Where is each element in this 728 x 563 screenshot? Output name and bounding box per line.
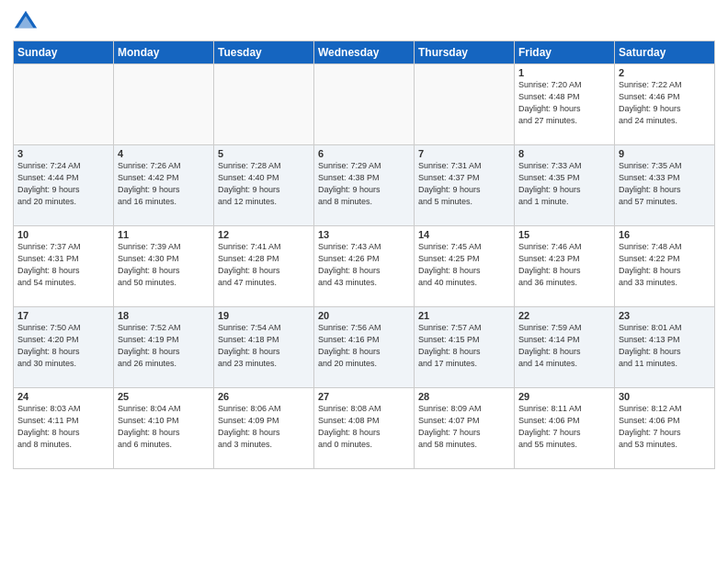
calendar-cell: 16Sunrise: 7:48 AM Sunset: 4:22 PM Dayli…	[615, 226, 715, 307]
day-number: 6	[318, 148, 410, 159]
calendar-cell: 23Sunrise: 8:01 AM Sunset: 4:13 PM Dayli…	[615, 307, 715, 388]
calendar-cell: 21Sunrise: 7:57 AM Sunset: 4:15 PM Dayli…	[415, 307, 515, 388]
day-number: 27	[318, 391, 410, 402]
day-info: Sunrise: 7:46 AM Sunset: 4:23 PM Dayligh…	[518, 241, 610, 289]
calendar-cell: 29Sunrise: 8:11 AM Sunset: 4:06 PM Dayli…	[515, 388, 615, 469]
day-info: Sunrise: 7:28 AM Sunset: 4:40 PM Dayligh…	[218, 160, 310, 208]
calendar-cell: 27Sunrise: 8:08 AM Sunset: 4:08 PM Dayli…	[314, 388, 415, 469]
weekday-header-row: SundayMondayTuesdayWednesdayThursdayFrid…	[14, 41, 715, 64]
calendar-cell: 20Sunrise: 7:56 AM Sunset: 4:16 PM Dayli…	[314, 307, 415, 388]
day-number: 24	[17, 391, 109, 402]
calendar-cell	[415, 64, 515, 145]
calendar-cell: 14Sunrise: 7:45 AM Sunset: 4:25 PM Dayli…	[415, 226, 515, 307]
day-number: 14	[418, 229, 510, 240]
day-number: 28	[418, 391, 510, 402]
calendar-cell: 5Sunrise: 7:28 AM Sunset: 4:40 PM Daylig…	[214, 145, 314, 226]
calendar-cell: 26Sunrise: 8:06 AM Sunset: 4:09 PM Dayli…	[214, 388, 314, 469]
day-number: 10	[17, 229, 109, 240]
calendar-cell	[14, 64, 114, 145]
day-info: Sunrise: 8:11 AM Sunset: 4:06 PM Dayligh…	[518, 403, 610, 451]
calendar-cell	[214, 64, 314, 145]
calendar-cell: 24Sunrise: 8:03 AM Sunset: 4:11 PM Dayli…	[14, 388, 114, 469]
day-number: 3	[17, 148, 109, 159]
calendar-cell: 3Sunrise: 7:24 AM Sunset: 4:44 PM Daylig…	[14, 145, 114, 226]
calendar-cell: 19Sunrise: 7:54 AM Sunset: 4:18 PM Dayli…	[214, 307, 314, 388]
calendar-cell: 13Sunrise: 7:43 AM Sunset: 4:26 PM Dayli…	[314, 226, 415, 307]
day-number: 22	[518, 310, 610, 321]
calendar-cell: 18Sunrise: 7:52 AM Sunset: 4:19 PM Dayli…	[114, 307, 214, 388]
day-number: 25	[118, 391, 210, 402]
day-info: Sunrise: 7:20 AM Sunset: 4:48 PM Dayligh…	[518, 79, 610, 127]
calendar-cell: 9Sunrise: 7:35 AM Sunset: 4:33 PM Daylig…	[615, 145, 715, 226]
calendar-cell: 8Sunrise: 7:33 AM Sunset: 4:35 PM Daylig…	[515, 145, 615, 226]
day-info: Sunrise: 7:48 AM Sunset: 4:22 PM Dayligh…	[619, 241, 711, 289]
day-info: Sunrise: 7:43 AM Sunset: 4:26 PM Dayligh…	[318, 241, 410, 289]
calendar-cell: 25Sunrise: 8:04 AM Sunset: 4:10 PM Dayli…	[114, 388, 214, 469]
day-info: Sunrise: 8:06 AM Sunset: 4:09 PM Dayligh…	[218, 403, 310, 451]
weekday-header-tuesday: Tuesday	[214, 41, 314, 64]
weekday-header-saturday: Saturday	[615, 41, 715, 64]
day-number: 1	[518, 67, 610, 78]
logo	[13, 9, 42, 35]
calendar-cell: 2Sunrise: 7:22 AM Sunset: 4:46 PM Daylig…	[615, 64, 715, 145]
day-number: 30	[619, 391, 711, 402]
day-number: 29	[518, 391, 610, 402]
day-info: Sunrise: 7:35 AM Sunset: 4:33 PM Dayligh…	[619, 160, 711, 208]
calendar-cell	[314, 64, 415, 145]
day-number: 8	[518, 148, 610, 159]
weekday-header-thursday: Thursday	[415, 41, 515, 64]
day-number: 11	[118, 229, 210, 240]
day-number: 2	[619, 67, 711, 78]
weekday-header-monday: Monday	[114, 41, 214, 64]
logo-icon	[13, 9, 39, 35]
day-info: Sunrise: 8:12 AM Sunset: 4:06 PM Dayligh…	[619, 403, 711, 451]
calendar-cell: 6Sunrise: 7:29 AM Sunset: 4:38 PM Daylig…	[314, 145, 415, 226]
calendar-cell: 17Sunrise: 7:50 AM Sunset: 4:20 PM Dayli…	[14, 307, 114, 388]
day-info: Sunrise: 7:33 AM Sunset: 4:35 PM Dayligh…	[518, 160, 610, 208]
day-number: 16	[619, 229, 711, 240]
day-info: Sunrise: 8:08 AM Sunset: 4:08 PM Dayligh…	[318, 403, 410, 451]
day-info: Sunrise: 8:04 AM Sunset: 4:10 PM Dayligh…	[118, 403, 210, 451]
weekday-header-wednesday: Wednesday	[314, 41, 415, 64]
day-number: 12	[218, 229, 310, 240]
day-info: Sunrise: 7:45 AM Sunset: 4:25 PM Dayligh…	[418, 241, 510, 289]
day-number: 17	[17, 310, 109, 321]
day-info: Sunrise: 7:56 AM Sunset: 4:16 PM Dayligh…	[318, 322, 410, 370]
day-number: 5	[218, 148, 310, 159]
calendar-week-5: 24Sunrise: 8:03 AM Sunset: 4:11 PM Dayli…	[14, 388, 715, 469]
header	[13, 9, 715, 35]
calendar-cell: 12Sunrise: 7:41 AM Sunset: 4:28 PM Dayli…	[214, 226, 314, 307]
calendar-cell: 22Sunrise: 7:59 AM Sunset: 4:14 PM Dayli…	[515, 307, 615, 388]
calendar-week-3: 10Sunrise: 7:37 AM Sunset: 4:31 PM Dayli…	[14, 226, 715, 307]
day-info: Sunrise: 7:54 AM Sunset: 4:18 PM Dayligh…	[218, 322, 310, 370]
day-info: Sunrise: 7:29 AM Sunset: 4:38 PM Dayligh…	[318, 160, 410, 208]
day-info: Sunrise: 7:59 AM Sunset: 4:14 PM Dayligh…	[518, 322, 610, 370]
day-number: 13	[318, 229, 410, 240]
day-number: 19	[218, 310, 310, 321]
calendar-cell: 4Sunrise: 7:26 AM Sunset: 4:42 PM Daylig…	[114, 145, 214, 226]
day-info: Sunrise: 7:41 AM Sunset: 4:28 PM Dayligh…	[218, 241, 310, 289]
day-number: 23	[619, 310, 711, 321]
weekday-header-friday: Friday	[515, 41, 615, 64]
day-info: Sunrise: 7:26 AM Sunset: 4:42 PM Dayligh…	[118, 160, 210, 208]
calendar-cell: 28Sunrise: 8:09 AM Sunset: 4:07 PM Dayli…	[415, 388, 515, 469]
calendar-cell: 15Sunrise: 7:46 AM Sunset: 4:23 PM Dayli…	[515, 226, 615, 307]
day-number: 18	[118, 310, 210, 321]
calendar-cell: 1Sunrise: 7:20 AM Sunset: 4:48 PM Daylig…	[515, 64, 615, 145]
day-number: 15	[518, 229, 610, 240]
day-info: Sunrise: 8:03 AM Sunset: 4:11 PM Dayligh…	[17, 403, 109, 451]
day-number: 26	[218, 391, 310, 402]
day-number: 20	[318, 310, 410, 321]
day-number: 21	[418, 310, 510, 321]
calendar-week-2: 3Sunrise: 7:24 AM Sunset: 4:44 PM Daylig…	[14, 145, 715, 226]
day-number: 4	[118, 148, 210, 159]
calendar-week-4: 17Sunrise: 7:50 AM Sunset: 4:20 PM Dayli…	[14, 307, 715, 388]
day-info: Sunrise: 7:24 AM Sunset: 4:44 PM Dayligh…	[17, 160, 109, 208]
calendar-cell: 30Sunrise: 8:12 AM Sunset: 4:06 PM Dayli…	[615, 388, 715, 469]
day-info: Sunrise: 8:09 AM Sunset: 4:07 PM Dayligh…	[418, 403, 510, 451]
day-info: Sunrise: 7:39 AM Sunset: 4:30 PM Dayligh…	[118, 241, 210, 289]
calendar-table: SundayMondayTuesdayWednesdayThursdayFrid…	[13, 40, 715, 469]
day-info: Sunrise: 7:50 AM Sunset: 4:20 PM Dayligh…	[17, 322, 109, 370]
calendar-cell: 7Sunrise: 7:31 AM Sunset: 4:37 PM Daylig…	[415, 145, 515, 226]
calendar-cell	[114, 64, 214, 145]
